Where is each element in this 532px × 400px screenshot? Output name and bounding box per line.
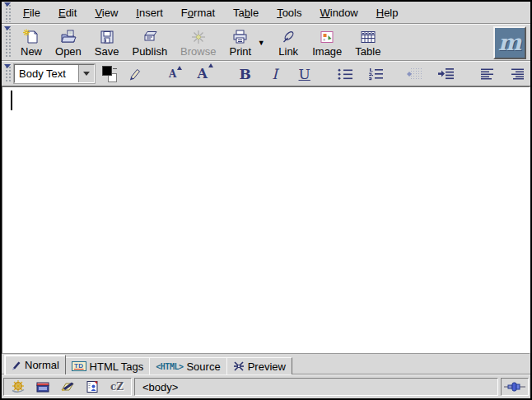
- browse-icon: [190, 29, 207, 45]
- image-button[interactable]: Image: [306, 27, 348, 58]
- combo-dropdown-button[interactable]: [78, 65, 94, 82]
- online-plug-icon[interactable]: [504, 382, 525, 392]
- underline-button[interactable]: U: [295, 64, 315, 84]
- text-color-picker[interactable]: [102, 66, 117, 82]
- paragraph-style-value: Body Text: [15, 67, 78, 80]
- publish-button-label: Publish: [132, 46, 167, 58]
- indent-button[interactable]: [436, 64, 457, 84]
- outdent-icon: [410, 67, 422, 80]
- image-button-label: Image: [312, 46, 342, 58]
- outdent-button[interactable]: [407, 64, 427, 84]
- numbered-list-button[interactable]: [366, 64, 386, 84]
- bold-button[interactable]: B: [236, 64, 255, 84]
- new-button-label: New: [21, 46, 42, 58]
- open-button[interactable]: Open: [49, 27, 88, 58]
- save-button[interactable]: Save: [88, 27, 126, 58]
- indent-icon: [438, 67, 455, 81]
- chatzilla-icon[interactable]: cZ: [109, 379, 125, 394]
- menu-edit[interactable]: Edit: [49, 5, 86, 21]
- tab-normal[interactable]: Normal: [4, 355, 66, 374]
- foreground-color-swatch[interactable]: [102, 66, 112, 76]
- formatbar-grippy[interactable]: [4, 64, 12, 83]
- new-button[interactable]: New: [14, 27, 49, 58]
- menu-label: iew: [102, 7, 119, 19]
- mozilla-logo: m: [498, 31, 522, 53]
- numbered-list-icon: [367, 67, 384, 81]
- html-markup-icon: <HTML>: [156, 362, 183, 371]
- menu-view[interactable]: View: [86, 5, 127, 21]
- tab-normal-label: Normal: [25, 359, 59, 371]
- italic-button[interactable]: I: [265, 64, 285, 84]
- menu-mnemonic: V: [95, 7, 101, 19]
- new-page-icon: [22, 29, 40, 45]
- mail-icon[interactable]: [35, 379, 51, 394]
- edit-mode-tabstrip: Normal TD HTML Tags <HTML> Source Previe…: [2, 354, 530, 374]
- marker-pen-icon: [128, 67, 142, 81]
- menu-file[interactable]: File: [14, 5, 49, 21]
- link-button[interactable]: Link: [271, 27, 306, 58]
- image-icon: [319, 29, 335, 45]
- tab-preview-label: Preview: [248, 360, 286, 373]
- text-caret: [11, 91, 12, 110]
- menubar-grippy[interactable]: [4, 2, 12, 22]
- publish-button[interactable]: Publish: [125, 27, 174, 58]
- link-button-label: Link: [278, 46, 298, 58]
- format-toolbar: Body Text A A B I U: [2, 61, 530, 86]
- menu-tools[interactable]: Tools: [268, 5, 310, 21]
- bullet-list-icon: [337, 67, 353, 81]
- menu-label: dit: [66, 7, 77, 19]
- td-tag-icon: TD: [72, 361, 86, 371]
- tab-html-tags[interactable]: TD HTML Tags: [65, 357, 150, 374]
- font-increase-icon: A: [198, 66, 212, 81]
- menu-label: rmat: [194, 7, 215, 19]
- toolbar-grippy[interactable]: [4, 26, 12, 58]
- menu-mnemonic: E: [58, 7, 66, 19]
- save-button-label: Save: [95, 46, 119, 58]
- open-folder-icon: [59, 29, 77, 45]
- menu-label: le: [250, 7, 259, 19]
- menu-mnemonic: H: [376, 7, 384, 19]
- main-toolbar: New Open Save: [2, 24, 530, 61]
- tab-source[interactable]: <HTML> Source: [149, 357, 226, 374]
- menu-window[interactable]: Window: [311, 5, 367, 21]
- font-size-decrease-button[interactable]: A: [166, 64, 185, 84]
- menu-label: ools: [282, 7, 302, 19]
- menu-mnemonic: W: [320, 7, 330, 19]
- save-floppy-icon: [99, 29, 115, 45]
- menu-bar: File Edit View Insert Format Table Tools…: [2, 2, 530, 24]
- menu-label: Ta: [233, 7, 245, 19]
- tab-preview[interactable]: Preview: [226, 357, 292, 374]
- tab-html-tags-label: HTML Tags: [90, 360, 144, 373]
- browse-button: Browse: [174, 27, 222, 58]
- address-book-icon[interactable]: [84, 379, 100, 394]
- paragraph-style-select[interactable]: Body Text: [14, 64, 95, 83]
- highlight-color-button[interactable]: [125, 64, 145, 84]
- online-status-panel: [501, 378, 529, 396]
- navigator-icon[interactable]: [10, 379, 26, 394]
- menu-table[interactable]: Table: [224, 5, 268, 21]
- print-icon: [231, 29, 250, 45]
- bullet-list-button[interactable]: [335, 64, 356, 84]
- align-left-button[interactable]: [478, 64, 497, 84]
- pen-icon: [11, 360, 21, 370]
- browse-button-label: Browse: [180, 46, 216, 58]
- menu-label: F: [181, 7, 188, 19]
- mozilla-throbber-button[interactable]: m: [493, 26, 526, 59]
- align-right-button[interactable]: [507, 64, 527, 84]
- menu-help[interactable]: Help: [367, 5, 408, 21]
- print-dropdown-arrow[interactable]: ▼: [256, 39, 266, 47]
- editor-canvas[interactable]: [2, 86, 530, 354]
- align-left-icon: [480, 68, 495, 80]
- composer-icon[interactable]: [59, 379, 76, 394]
- menu-label: ile: [30, 7, 40, 19]
- menu-insert[interactable]: Insert: [127, 5, 172, 21]
- menu-label: indow: [330, 7, 358, 19]
- menu-format[interactable]: Format: [172, 5, 224, 21]
- font-size-increase-button[interactable]: A: [195, 64, 215, 84]
- align-right-icon: [510, 68, 525, 80]
- table-button[interactable]: Table: [348, 27, 387, 58]
- menu-mnemonic: F: [23, 7, 30, 19]
- element-path[interactable]: <body>: [142, 381, 178, 393]
- print-button[interactable]: Print: [222, 27, 258, 58]
- component-bar: cZ: [3, 378, 132, 396]
